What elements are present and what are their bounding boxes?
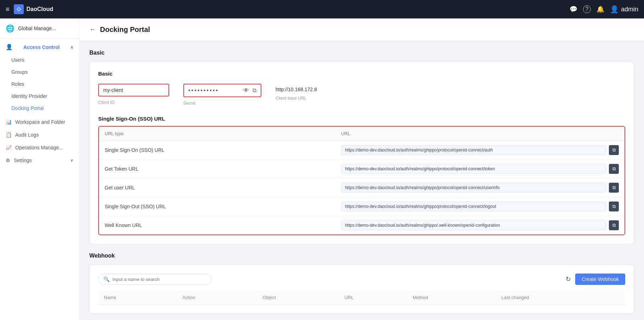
basic-fields-row: my-client Client ID •••••••••• 👁 ⧉ Secre… [98, 84, 625, 106]
copy-secret-icon[interactable]: ⧉ [252, 87, 256, 94]
client-base-url-field: http://10.168.172.8 Client base URL [276, 84, 317, 101]
hamburger-icon[interactable]: ≡ [6, 6, 10, 13]
eye-icon[interactable]: 👁 [243, 87, 249, 94]
secret-field-group: •••••••••• 👁 ⧉ Secret [183, 84, 261, 106]
search-icon: 🔍 [104, 276, 110, 282]
sso-col-type: URL type [99, 127, 335, 141]
settings-icon: ⚙ [6, 158, 10, 163]
page-header: ← Docking Portal [79, 18, 644, 41]
copy-url-button[interactable]: ⧉ [609, 164, 619, 174]
copy-url-button[interactable]: ⧉ [609, 183, 619, 193]
settings-label: Settings [14, 158, 32, 163]
admin-menu[interactable]: 👤 admin [610, 5, 638, 13]
sso-table-row: Single Sign-Out (SSO) URL https://demo-d… [99, 197, 624, 216]
sso-table-row: Well Known URL https://demo-dev.daocloud… [99, 216, 624, 235]
bell-icon[interactable]: 🔔 [596, 5, 604, 13]
sso-row-type: Well Known URL [99, 216, 335, 235]
sso-url-value: https://demo-dev.daocloud.io/auth/realms… [341, 183, 606, 193]
webhook-col-action: Action [177, 291, 257, 305]
sidebar-item-users[interactable]: Users [0, 54, 79, 66]
sidebar-global[interactable]: 🌐 Global Manage... [0, 18, 79, 39]
access-control-chevron-icon: ∧ [70, 45, 73, 50]
sso-url-value: https://demo-dev.daocloud.io/auth/realms… [341, 164, 606, 174]
basic-section-title: Basic [89, 50, 634, 56]
webhook-col-object: Object [257, 291, 339, 305]
top-nav-actions: 💬 ? 🔔 👤 admin [570, 5, 638, 13]
webhook-col-method: Method [407, 291, 496, 305]
sso-table: URL type URL Single Sign-On (SSO) URL ht… [99, 127, 624, 235]
refresh-icon[interactable]: ↻ [566, 275, 571, 283]
sidebar-item-docking-portal[interactable]: Docking Portal [0, 102, 79, 114]
page-title: Docking Portal [100, 26, 150, 34]
sso-col-url: URL [335, 127, 624, 141]
sso-url-value: https://demo-dev.daocloud.io/auth/realms… [341, 145, 606, 155]
sso-title: Single Sign-On (SSO) URL [98, 116, 625, 122]
sidebar-item-access-control[interactable]: 👤 Access Control ∧ [0, 40, 79, 54]
client-id-label: Client ID [98, 100, 169, 105]
sidebar-section-access-control: 👤 Access Control ∧ Users Groups Roles Id… [0, 39, 79, 116]
copy-url-button[interactable]: ⧉ [609, 145, 619, 155]
access-control-icon: 👤 [6, 44, 13, 50]
webhook-title: Webhook [89, 253, 634, 259]
webhook-search-input[interactable] [112, 277, 206, 282]
audit-logs-label: Audit Logs [15, 132, 39, 138]
sso-url-value: https://demo-dev.daocloud.io/auth/realms… [341, 202, 606, 211]
webhook-search-box[interactable]: 🔍 [98, 274, 212, 285]
card-basic-title: Basic [98, 71, 625, 77]
page-body: Basic Basic my-client Client ID ••••••••… [79, 41, 644, 320]
sso-table-row: Get user URL https://demo-dev.daocloud.i… [99, 178, 624, 197]
sso-row-url-cell: https://demo-dev.daocloud.io/auth/realms… [335, 216, 624, 235]
main-content: ← Docking Portal Basic Basic my-client C… [79, 18, 644, 320]
back-button[interactable]: ← [89, 26, 96, 33]
webhook-header: 🔍 ↻ Create Webhook [98, 274, 625, 285]
sidebar-item-audit-logs[interactable]: 📋 Audit Logs [0, 128, 79, 141]
main-layout: 🌐 Global Manage... 👤 Access Control ∧ Us… [0, 18, 644, 320]
basic-card: Basic my-client Client ID •••••••••• 👁 ⧉ [89, 62, 634, 244]
sidebar-item-operations-manage[interactable]: 📈 Operations Manage... [0, 141, 79, 154]
webhook-card: 🔍 ↻ Create Webhook NameActionObjectURLMe… [89, 265, 634, 314]
audit-logs-icon: 📋 [6, 132, 12, 138]
access-control-label: Access Control [23, 44, 60, 50]
help-icon[interactable]: ? [583, 5, 591, 13]
sso-row-type: Get user URL [99, 178, 335, 197]
webhook-section: Webhook 🔍 ↻ Create Webhook [89, 253, 634, 314]
settings-chevron-icon: ∨ [70, 158, 73, 163]
sidebar-item-workspace-folder[interactable]: 📊 Workspace and Folder [0, 116, 79, 128]
sso-row-url-cell: https://demo-dev.daocloud.io/auth/realms… [335, 141, 624, 160]
admin-username: admin [621, 6, 638, 13]
sso-row-type: Single Sign-On (SSO) URL [99, 141, 335, 160]
client-id-input[interactable]: my-client [98, 84, 169, 96]
sso-table-row: Single Sign-On (SSO) URL https://demo-de… [99, 141, 624, 160]
secret-label: Secret [183, 101, 261, 106]
sidebar-item-identity-provider[interactable]: Identity Provider [0, 90, 79, 102]
sso-row-type: Get Token URL [99, 160, 335, 178]
secret-input: •••••••••• 👁 ⧉ [183, 84, 261, 97]
webhook-col-name: Name [98, 291, 177, 305]
global-icon: 🌐 [6, 24, 15, 33]
sidebar: 🌐 Global Manage... 👤 Access Control ∧ Us… [0, 18, 79, 320]
sso-url-value: https://demo-dev.daocloud.io/auth/realms… [341, 220, 606, 230]
copy-url-button[interactable]: ⧉ [609, 202, 619, 211]
daocloud-logo-icon [14, 4, 24, 14]
message-icon[interactable]: 💬 [570, 5, 577, 13]
sidebar-item-settings[interactable]: ⚙ Settings ∨ [0, 154, 79, 167]
create-webhook-button[interactable]: Create Webhook [575, 274, 625, 285]
sso-table-row: Get Token URL https://demo-dev.daocloud.… [99, 160, 624, 178]
webhook-actions: ↻ Create Webhook [566, 274, 625, 285]
logo-area: DaoCloud [14, 4, 54, 14]
sso-row-url-cell: https://demo-dev.daocloud.io/auth/realms… [335, 197, 624, 216]
sso-section: Single Sign-On (SSO) URL URL type URL Si [98, 116, 625, 235]
sidebar-item-roles[interactable]: Roles [0, 78, 79, 90]
top-nav: ≡ DaoCloud 💬 ? 🔔 👤 admin [0, 0, 644, 18]
sso-row-url-cell: https://demo-dev.daocloud.io/auth/realms… [335, 178, 624, 197]
copy-url-button[interactable]: ⧉ [609, 220, 619, 230]
sso-row-url-cell: https://demo-dev.daocloud.io/auth/realms… [335, 160, 624, 178]
admin-avatar-icon: 👤 [610, 5, 619, 13]
client-id-field: my-client Client ID [98, 84, 169, 105]
webhook-col-url: URL [339, 291, 407, 305]
sidebar-item-groups[interactable]: Groups [0, 66, 79, 78]
operations-label: Operations Manage... [15, 145, 63, 150]
sso-row-type: Single Sign-Out (SSO) URL [99, 197, 335, 216]
workspace-label: Workspace and Folder [15, 119, 65, 125]
client-base-url-value: http://10.168.172.8 [276, 84, 317, 92]
